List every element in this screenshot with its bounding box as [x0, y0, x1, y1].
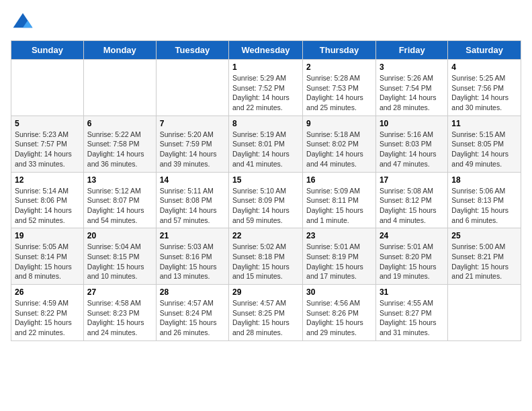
calendar-cell: 27Sunrise: 4:58 AMSunset: 8:23 PMDayligh… [83, 285, 156, 341]
calendar-cell: 20Sunrise: 5:04 AMSunset: 8:15 PMDayligh… [83, 228, 156, 285]
weekday-header: Saturday [448, 41, 521, 60]
weekday-header: Friday [375, 41, 447, 60]
day-number: 7 [160, 119, 225, 128]
day-info: Sunrise: 5:08 AMSunset: 8:12 PMDaylight:… [380, 186, 444, 226]
calendar-cell: 23Sunrise: 5:01 AMSunset: 8:19 PMDayligh… [303, 228, 376, 285]
day-number: 28 [160, 287, 225, 297]
day-number: 21 [160, 231, 225, 240]
weekday-header: Thursday [303, 41, 376, 60]
calendar-cell: 15Sunrise: 5:10 AMSunset: 8:09 PMDayligh… [229, 172, 303, 228]
day-info: Sunrise: 4:55 AMSunset: 8:27 PMDaylight:… [380, 298, 444, 338]
calendar-cell: 14Sunrise: 5:11 AMSunset: 8:08 PMDayligh… [156, 172, 228, 228]
calendar-cell: 24Sunrise: 5:01 AMSunset: 8:20 PMDayligh… [375, 228, 447, 285]
day-info: Sunrise: 5:10 AMSunset: 8:09 PMDaylight:… [232, 186, 299, 226]
day-number: 2 [306, 62, 372, 72]
day-info: Sunrise: 5:06 AMSunset: 8:13 PMDaylight:… [451, 186, 517, 226]
day-info: Sunrise: 5:01 AMSunset: 8:20 PMDaylight:… [380, 242, 444, 281]
day-number: 16 [306, 175, 372, 185]
day-info: Sunrise: 5:11 AMSunset: 8:08 PMDaylight:… [160, 186, 225, 226]
calendar-cell: 10Sunrise: 5:16 AMSunset: 8:03 PMDayligh… [375, 116, 447, 172]
calendar-cell: 17Sunrise: 5:08 AMSunset: 8:12 PMDayligh… [375, 172, 447, 228]
day-info: Sunrise: 4:58 AMSunset: 8:23 PMDaylight:… [87, 298, 152, 338]
day-info: Sunrise: 5:00 AMSunset: 8:21 PMDaylight:… [451, 242, 517, 281]
day-info: Sunrise: 5:05 AMSunset: 8:14 PMDaylight:… [15, 242, 80, 281]
day-number: 30 [306, 287, 372, 297]
calendar-cell [156, 60, 228, 116]
day-number: 6 [87, 119, 152, 128]
calendar-cell: 21Sunrise: 5:03 AMSunset: 8:16 PMDayligh… [156, 228, 228, 285]
day-info: Sunrise: 5:03 AMSunset: 8:16 PMDaylight:… [160, 242, 225, 281]
day-info: Sunrise: 5:28 AMSunset: 7:53 PMDaylight:… [306, 73, 372, 113]
day-number: 24 [380, 231, 444, 240]
day-info: Sunrise: 4:56 AMSunset: 8:26 PMDaylight:… [306, 298, 372, 338]
weekday-header-row: SundayMondayTuesdayWednesdayThursdayFrid… [11, 41, 521, 60]
calendar-cell: 9Sunrise: 5:18 AMSunset: 8:02 PMDaylight… [303, 116, 376, 172]
day-info: Sunrise: 5:16 AMSunset: 8:03 PMDaylight:… [380, 130, 444, 169]
calendar-cell: 31Sunrise: 4:55 AMSunset: 8:27 PMDayligh… [375, 285, 447, 341]
calendar-cell: 22Sunrise: 5:02 AMSunset: 8:18 PMDayligh… [229, 228, 303, 285]
calendar-cell: 25Sunrise: 5:00 AMSunset: 8:21 PMDayligh… [448, 228, 521, 285]
day-info: Sunrise: 5:09 AMSunset: 8:11 PMDaylight:… [306, 186, 372, 226]
day-info: Sunrise: 5:02 AMSunset: 8:18 PMDaylight:… [232, 242, 299, 281]
calendar-cell: 16Sunrise: 5:09 AMSunset: 8:11 PMDayligh… [303, 172, 376, 228]
calendar-week-row: 19Sunrise: 5:05 AMSunset: 8:14 PMDayligh… [11, 228, 521, 285]
weekday-header: Wednesday [229, 41, 303, 60]
calendar-cell: 7Sunrise: 5:20 AMSunset: 7:59 PMDaylight… [156, 116, 228, 172]
day-info: Sunrise: 4:59 AMSunset: 8:22 PMDaylight:… [15, 298, 80, 338]
day-info: Sunrise: 5:25 AMSunset: 7:56 PMDaylight:… [451, 73, 517, 113]
day-number: 9 [306, 119, 372, 128]
day-number: 18 [451, 175, 517, 185]
calendar-cell: 12Sunrise: 5:14 AMSunset: 8:06 PMDayligh… [11, 172, 84, 228]
calendar-cell: 5Sunrise: 5:23 AMSunset: 7:57 PMDaylight… [11, 116, 84, 172]
day-number: 26 [15, 287, 80, 297]
calendar-week-row: 26Sunrise: 4:59 AMSunset: 8:22 PMDayligh… [11, 285, 521, 341]
weekday-header: Monday [83, 41, 156, 60]
calendar-cell: 1Sunrise: 5:29 AMSunset: 7:52 PMDaylight… [229, 60, 303, 116]
day-info: Sunrise: 5:22 AMSunset: 7:58 PMDaylight:… [87, 130, 152, 169]
calendar-cell: 4Sunrise: 5:25 AMSunset: 7:56 PMDaylight… [448, 60, 521, 116]
calendar-week-row: 12Sunrise: 5:14 AMSunset: 8:06 PMDayligh… [11, 172, 521, 228]
calendar-cell [83, 60, 156, 116]
day-info: Sunrise: 5:15 AMSunset: 8:05 PMDaylight:… [451, 130, 517, 169]
day-info: Sunrise: 5:04 AMSunset: 8:15 PMDaylight:… [87, 242, 152, 281]
calendar-cell: 6Sunrise: 5:22 AMSunset: 7:58 PMDaylight… [83, 116, 156, 172]
day-number: 25 [451, 231, 517, 240]
day-number: 8 [232, 119, 299, 128]
day-info: Sunrise: 5:18 AMSunset: 8:02 PMDaylight:… [306, 130, 372, 169]
day-info: Sunrise: 5:29 AMSunset: 7:52 PMDaylight:… [232, 73, 299, 113]
calendar-cell [11, 60, 84, 116]
day-number: 29 [232, 287, 299, 297]
day-number: 23 [306, 231, 372, 240]
day-info: Sunrise: 5:26 AMSunset: 7:54 PMDaylight:… [380, 73, 444, 113]
calendar-cell: 3Sunrise: 5:26 AMSunset: 7:54 PMDaylight… [375, 60, 447, 116]
calendar-table: SundayMondayTuesdayWednesdayThursdayFrid… [11, 40, 521, 341]
calendar-cell: 29Sunrise: 4:57 AMSunset: 8:25 PMDayligh… [229, 285, 303, 341]
day-info: Sunrise: 5:12 AMSunset: 8:07 PMDaylight:… [87, 186, 152, 226]
day-info: Sunrise: 5:23 AMSunset: 7:57 PMDaylight:… [15, 130, 80, 169]
calendar-cell: 18Sunrise: 5:06 AMSunset: 8:13 PMDayligh… [448, 172, 521, 228]
calendar-cell: 13Sunrise: 5:12 AMSunset: 8:07 PMDayligh… [83, 172, 156, 228]
day-number: 1 [232, 62, 299, 72]
day-number: 11 [451, 119, 517, 128]
page-header [11, 11, 521, 35]
logo [11, 11, 36, 35]
day-number: 20 [87, 231, 152, 240]
calendar-cell: 2Sunrise: 5:28 AMSunset: 7:53 PMDaylight… [303, 60, 376, 116]
day-number: 13 [87, 175, 152, 185]
day-number: 22 [232, 231, 299, 240]
day-number: 5 [15, 119, 80, 128]
weekday-header: Sunday [11, 41, 84, 60]
day-info: Sunrise: 5:19 AMSunset: 8:01 PMDaylight:… [232, 130, 299, 169]
day-info: Sunrise: 5:01 AMSunset: 8:19 PMDaylight:… [306, 242, 372, 281]
day-number: 19 [15, 231, 80, 240]
day-number: 10 [380, 119, 444, 128]
day-number: 14 [160, 175, 225, 185]
day-info: Sunrise: 4:57 AMSunset: 8:24 PMDaylight:… [160, 298, 225, 338]
calendar-cell [448, 285, 521, 341]
calendar-week-row: 1Sunrise: 5:29 AMSunset: 7:52 PMDaylight… [11, 60, 521, 116]
weekday-header: Tuesday [156, 41, 228, 60]
day-number: 31 [380, 287, 444, 297]
calendar-week-row: 5Sunrise: 5:23 AMSunset: 7:57 PMDaylight… [11, 116, 521, 172]
calendar-cell: 19Sunrise: 5:05 AMSunset: 8:14 PMDayligh… [11, 228, 84, 285]
day-number: 4 [451, 62, 517, 72]
